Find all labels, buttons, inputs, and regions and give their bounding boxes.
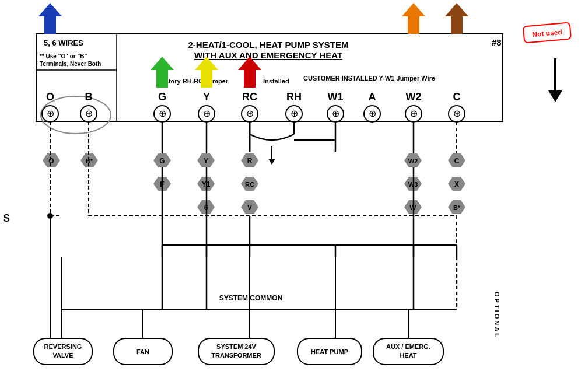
- svg-rect-130: [114, 338, 172, 365]
- svg-marker-75: [404, 177, 422, 191]
- svg-marker-65: [197, 200, 215, 214]
- svg-text:Y1: Y1: [202, 180, 211, 188]
- svg-text:⊕: ⊕: [159, 109, 166, 118]
- svg-point-33: [286, 106, 302, 122]
- svg-marker-53: [43, 153, 60, 167]
- svg-text:6: 6: [204, 204, 208, 212]
- svg-point-113: [47, 213, 53, 219]
- svg-marker-59: [153, 177, 171, 191]
- svg-text:RC: RC: [245, 181, 254, 188]
- svg-text:F: F: [160, 180, 164, 188]
- svg-text:AUX / EMERG.: AUX / EMERG.: [386, 343, 430, 350]
- svg-text:W: W: [410, 204, 416, 212]
- svg-rect-135: [298, 338, 362, 365]
- svg-text:G: G: [159, 157, 164, 165]
- svg-text:Not used: Not used: [532, 28, 562, 39]
- svg-marker-69: [241, 177, 258, 191]
- svg-text:⊕: ⊕: [369, 109, 376, 118]
- svg-text:⊕: ⊕: [203, 109, 211, 118]
- svg-marker-50: [548, 90, 562, 102]
- svg-marker-83: [448, 200, 466, 214]
- svg-marker-61: [197, 153, 215, 167]
- svg-point-41: [449, 106, 465, 122]
- svg-text:5, 6 WIRES: 5, 6 WIRES: [44, 39, 83, 47]
- svg-marker-71: [241, 200, 258, 214]
- svg-rect-127: [34, 338, 92, 365]
- svg-text:HEAT: HEAT: [400, 352, 416, 359]
- svg-rect-51: [523, 23, 571, 43]
- svg-text:G: G: [158, 91, 166, 103]
- svg-text:RC: RC: [242, 91, 257, 103]
- svg-point-27: [154, 106, 170, 122]
- svg-marker-47: [402, 3, 425, 34]
- svg-marker-45: [195, 57, 218, 88]
- svg-text:HEAT PUMP: HEAT PUMP: [311, 348, 348, 355]
- svg-text:TRANSFORMER: TRANSFORMER: [211, 352, 261, 359]
- svg-marker-55: [80, 153, 98, 167]
- svg-marker-46: [238, 57, 261, 88]
- svg-text:O: O: [46, 91, 54, 103]
- svg-text:⊕: ⊕: [290, 109, 298, 118]
- svg-marker-81: [448, 177, 466, 191]
- svg-point-35: [327, 106, 344, 122]
- svg-marker-57: [153, 153, 171, 167]
- svg-rect-132: [198, 338, 274, 365]
- svg-text:SYSTEM COMMON: SYSTEM COMMON: [219, 294, 283, 302]
- svg-point-23: [42, 106, 58, 122]
- svg-text:X: X: [454, 180, 459, 188]
- svg-marker-77: [404, 200, 422, 214]
- svg-text:⊕: ⊕: [332, 109, 340, 118]
- svg-text:W1: W1: [328, 91, 344, 103]
- svg-text:#8: #8: [492, 37, 502, 47]
- svg-marker-48: [445, 3, 468, 34]
- svg-text:B*: B*: [86, 158, 93, 165]
- svg-text:WITH AUX AND EMERGENCY HEAT: WITH AUX AND EMERGENCY HEAT: [194, 50, 342, 60]
- svg-text:A: A: [369, 91, 376, 103]
- svg-marker-63: [197, 177, 215, 191]
- svg-text:⊕: ⊕: [246, 109, 254, 118]
- svg-marker-67: [241, 153, 258, 167]
- svg-text:O: O: [48, 157, 54, 165]
- svg-text:RH: RH: [286, 91, 302, 103]
- svg-text:R: R: [247, 157, 253, 165]
- svg-text:B*: B*: [453, 204, 461, 211]
- svg-rect-137: [373, 338, 443, 365]
- svg-point-31: [242, 106, 258, 122]
- svg-text:C: C: [453, 91, 461, 103]
- svg-text:C: C: [454, 157, 460, 165]
- svg-marker-73: [404, 153, 422, 167]
- svg-text:W3: W3: [408, 181, 418, 188]
- svg-point-12: [41, 96, 111, 134]
- svg-text:Terminals, Never Both: Terminals, Never Both: [40, 61, 101, 67]
- svg-text:SYSTEM 24V: SYSTEM 24V: [216, 343, 257, 350]
- svg-text:B: B: [85, 91, 93, 103]
- svg-text:S: S: [3, 212, 10, 224]
- svg-text:V: V: [247, 204, 252, 212]
- svg-marker-43: [38, 3, 62, 34]
- svg-text:REVERSING: REVERSING: [44, 343, 82, 350]
- svg-text:⊕: ⊕: [47, 109, 54, 118]
- svg-text:CUSTOMER INSTALLED Y-W1 Jumper: CUSTOMER INSTALLED Y-W1 Jumper Wire: [303, 75, 435, 82]
- svg-rect-0: [36, 34, 503, 121]
- svg-text:VALVE: VALVE: [52, 352, 73, 359]
- svg-text:2-HEAT/1-COOL, HEAT PUMP SYSTE: 2-HEAT/1-COOL, HEAT PUMP SYSTEM: [188, 40, 348, 50]
- svg-text:Installed: Installed: [263, 78, 289, 85]
- svg-marker-93: [268, 159, 275, 165]
- svg-text:⊕: ⊕: [85, 109, 93, 118]
- svg-text:⊕: ⊕: [453, 109, 461, 118]
- svg-point-29: [198, 106, 215, 122]
- svg-text:FAN: FAN: [136, 348, 149, 355]
- svg-text:OPTIONAL: OPTIONAL: [494, 292, 501, 339]
- svg-marker-44: [150, 57, 174, 88]
- svg-text:⊕: ⊕: [410, 109, 418, 118]
- svg-text:W2: W2: [406, 91, 422, 103]
- svg-text:Y: Y: [204, 157, 208, 165]
- svg-text:Factory RH-RC Jumper: Factory RH-RC Jumper: [158, 78, 229, 85]
- svg-point-37: [364, 106, 380, 122]
- svg-text:Y: Y: [203, 91, 210, 103]
- svg-text:** Use "O" or "B": ** Use "O" or "B": [40, 53, 87, 60]
- svg-marker-79: [448, 153, 466, 167]
- svg-point-39: [405, 106, 422, 122]
- svg-text:W2: W2: [408, 158, 418, 165]
- svg-point-25: [80, 106, 97, 122]
